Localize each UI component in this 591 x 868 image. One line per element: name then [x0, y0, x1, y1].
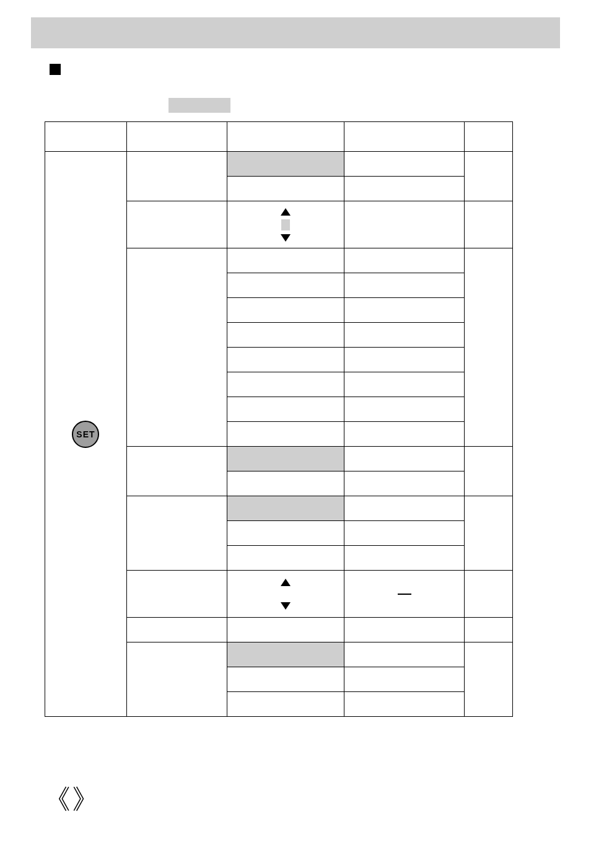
double-angle-right-icon: 》 — [72, 786, 99, 813]
cell-b — [126, 152, 227, 201]
hdr-col-2 — [126, 122, 227, 152]
cell-c — [227, 298, 344, 323]
double-angle-left-icon: 《 — [43, 786, 71, 813]
col-a-merged: SET — [45, 152, 127, 717]
cell-e — [465, 618, 513, 642]
hdr-col-1 — [45, 122, 127, 152]
settings-table: SET — [45, 121, 513, 717]
cell-c — [227, 546, 344, 571]
cell-c — [227, 372, 344, 397]
cell-c — [227, 692, 344, 717]
table-row: SET — [45, 152, 513, 177]
value-placeholder-icon — [281, 219, 290, 230]
cell-c-shaded — [227, 642, 344, 667]
set-icon: SET — [72, 421, 99, 448]
section-bullet-icon — [50, 64, 61, 75]
cell-d — [344, 152, 465, 177]
cell-b — [126, 496, 227, 571]
cell-c-shaded — [227, 447, 344, 471]
cell-c — [227, 521, 344, 546]
cell-c — [227, 348, 344, 372]
cell-d — [344, 692, 465, 717]
arrow-down-icon — [281, 234, 291, 242]
cell-b — [126, 618, 227, 642]
cell-d — [344, 177, 465, 201]
cell-d — [344, 348, 465, 372]
cell-d — [344, 323, 465, 348]
cell-d — [344, 546, 465, 571]
cell-d — [344, 667, 465, 692]
cell-b — [126, 248, 227, 447]
hdr-col-4 — [344, 122, 465, 152]
cell-d-dash — [344, 571, 465, 618]
cell-d — [344, 248, 465, 273]
table-header-row — [45, 122, 513, 152]
cell-e — [465, 248, 513, 447]
cell-d — [344, 372, 465, 397]
cell-c — [227, 273, 344, 298]
hdr-col-5 — [465, 122, 513, 152]
cell-d — [344, 642, 465, 667]
cell-c — [227, 397, 344, 422]
cell-c-arrows — [227, 571, 344, 618]
header-band — [31, 17, 560, 48]
cell-c-shaded — [227, 496, 344, 521]
cell-e — [465, 496, 513, 571]
arrow-up-icon — [281, 579, 291, 586]
page-root: SET — [0, 0, 591, 868]
cell-d — [344, 397, 465, 422]
cell-c — [227, 323, 344, 348]
cell-e — [465, 571, 513, 618]
cell-c — [227, 248, 344, 273]
cell-c-arrows — [227, 201, 344, 248]
hdr-col-3 — [227, 122, 344, 152]
cell-c — [227, 422, 344, 447]
cell-d — [344, 618, 465, 642]
cell-e — [465, 201, 513, 248]
cell-c-shaded — [227, 152, 344, 177]
cell-b — [126, 642, 227, 717]
dash-icon — [398, 594, 411, 595]
highlight-chip — [169, 98, 230, 113]
cell-d — [344, 496, 465, 521]
cell-d — [344, 471, 465, 496]
cell-d — [344, 298, 465, 323]
cell-c — [227, 177, 344, 201]
cell-d — [344, 201, 465, 248]
cell-c — [227, 667, 344, 692]
cell-d — [344, 422, 465, 447]
cell-c — [227, 618, 344, 642]
cell-b — [126, 571, 227, 618]
cell-d — [344, 447, 465, 471]
cell-c — [227, 471, 344, 496]
arrow-up-icon — [281, 208, 291, 216]
cell-d — [344, 273, 465, 298]
cell-e — [465, 152, 513, 201]
cell-e — [465, 642, 513, 717]
cell-b — [126, 201, 227, 248]
cell-e — [465, 447, 513, 496]
cell-d — [344, 521, 465, 546]
arrow-down-icon — [281, 602, 291, 610]
cell-b — [126, 447, 227, 496]
